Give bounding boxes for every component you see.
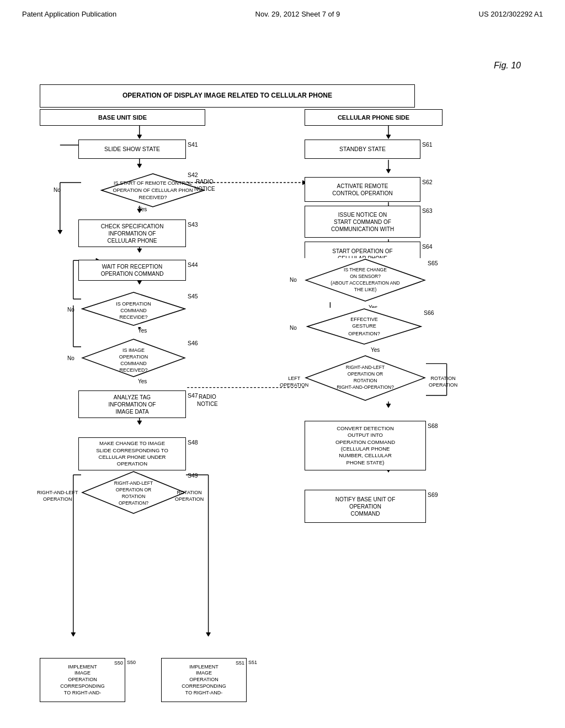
no-label-s42: No — [54, 186, 61, 194]
left-label-s49: RIGHT-AND-LEFTOPERATION — [37, 490, 78, 502]
no-label-s65: No — [290, 276, 297, 283]
svg-text:OPERATION OR: OPERATION OR — [116, 487, 152, 493]
page-header: Patent Application Publication Nov. 29, … — [0, 0, 565, 18]
box-s69: NOTIFY BASE UNIT OFOPERATIONCOMMAND — [305, 490, 426, 523]
svg-marker-8 — [58, 230, 62, 234]
right-label-s49: ROTATIONOPERATION — [175, 490, 204, 502]
box-s49: RIGHT-AND-LEFT OPERATION OR ROTATION OPE… — [81, 470, 186, 515]
cellular-phone-side-header: CELLULAR PHONE SIDE — [305, 109, 443, 126]
svg-text:IS THERE CHANGE: IS THERE CHANGE — [344, 267, 387, 272]
box-s67: RIGHT-AND-LEFT OPERATION OR ROTATION RIG… — [305, 355, 426, 402]
svg-text:RECEVIDE?: RECEVIDE? — [119, 314, 147, 320]
step-s64: S64 — [422, 243, 433, 250]
step-s65: S65 — [428, 260, 438, 266]
svg-text:COMMAND: COMMAND — [120, 361, 147, 366]
svg-text:OPERATION?: OPERATION? — [119, 500, 148, 506]
box-s61: STANDBY STATE — [305, 140, 420, 159]
yes-label-s46: Yes — [138, 378, 147, 385]
svg-marker-5 — [137, 164, 142, 168]
svg-marker-42 — [386, 135, 391, 139]
svg-text:COMMAND: COMMAND — [120, 308, 147, 313]
box-s66: EFFECTIVE GESTURE OPERATION? — [306, 308, 422, 345]
svg-text:RECEIVED?: RECEIVED? — [138, 195, 167, 200]
box-s48: MAKE CHANGE TO IMAGESLIDE CORRESPONDING … — [78, 437, 186, 470]
header-center: Nov. 29, 2012 Sheet 7 of 9 — [255, 10, 340, 18]
box-s68: CONVERT DETECTIONOUTPUT INTOOPERATION CO… — [305, 421, 426, 470]
header-left: Patent Application Publication — [22, 10, 116, 18]
diagram-title: OPERATION OF DISPLAY IMAGE RELATED TO CE… — [40, 84, 415, 108]
box-s63: ISSUE NOTICE ONSTART COMMAND OFCOMMUNICA… — [305, 206, 420, 238]
box-s45: IS OPERATION COMMAND RECEVIDE? — [81, 291, 186, 327]
right-label-s67: ROTATIONOPERATION — [429, 376, 457, 388]
step-s49: S49 — [188, 472, 198, 479]
step-s62: S62 — [422, 179, 433, 185]
box-s41: SLIDE SHOW STATE — [78, 140, 186, 159]
svg-marker-63 — [386, 404, 391, 408]
svg-marker-1 — [137, 135, 142, 139]
radio-notice-2: RADIONOTICE — [197, 393, 218, 408]
step-s44: S44 — [188, 261, 198, 268]
step-s61: S61 — [422, 141, 433, 148]
yes-label-s66: Yes — [371, 346, 380, 354]
step-s50: S50 — [127, 660, 136, 665]
box-s47: ANALYZE TAGINFORMATION OFIMAGE DATA — [78, 390, 186, 418]
yes-label-s42: Yes — [138, 206, 147, 213]
svg-marker-16 — [137, 281, 142, 285]
step-s68: S68 — [428, 422, 438, 429]
step-s48: S48 — [188, 439, 198, 446]
box-s44: WAIT FOR RECEPTIONOPERATION COMMAND — [78, 260, 186, 281]
header-right: US 2012/302292 A1 — [479, 10, 543, 18]
step-s51: S51 — [248, 660, 257, 665]
diagram-container: OPERATION OF DISPLAY IMAGE RELATED TO CE… — [34, 51, 531, 713]
svg-marker-40 — [137, 421, 142, 425]
base-unit-side-header: BASE UNIT SIDE — [40, 109, 205, 126]
step-s45: S45 — [188, 293, 198, 299]
svg-text:OPERATION OF CELLULAR PHON: OPERATION OF CELLULAR PHON — [113, 188, 193, 193]
step-s43: S43 — [188, 221, 198, 228]
svg-marker-79 — [82, 472, 185, 513]
svg-text:RIGHT-AND-LEFT: RIGHT-AND-LEFT — [114, 480, 153, 486]
svg-text:ON SENSOR?: ON SENSOR? — [350, 274, 381, 279]
svg-text:RIGHT-AND-LEFT: RIGHT-AND-LEFT — [346, 365, 385, 370]
svg-text:IS START OF REMOTE CONTROL: IS START OF REMOTE CONTROL — [114, 180, 192, 186]
step-s63: S63 — [422, 207, 433, 214]
no-label-s46: No — [67, 355, 74, 362]
svg-text:RIGHT-AND-OPERATION?: RIGHT-AND-OPERATION? — [337, 384, 394, 390]
svg-text:ROTATION: ROTATION — [354, 378, 377, 383]
svg-marker-38 — [206, 633, 211, 636]
svg-text:IS OPERATION: IS OPERATION — [116, 301, 151, 307]
svg-text:GESTURE: GESTURE — [352, 323, 376, 329]
yes-label-s45: Yes — [138, 327, 147, 334]
step-s66: S66 — [424, 309, 434, 316]
step-s69: S69 — [428, 491, 438, 498]
box-s65: IS THERE CHANGE ON SENSOR? (ABOUT ACCCEL… — [305, 258, 426, 302]
box-s62: ACTIVATE REMOTECONTROL OPERATION — [305, 177, 420, 202]
svg-text:IS IMAGE: IS IMAGE — [122, 347, 145, 353]
left-label-s67: LEFTOPERATION — [280, 376, 308, 388]
svg-text:OPERATION: OPERATION — [119, 354, 148, 360]
step-s41: S41 — [188, 141, 198, 148]
svg-text:EFFECTIVE: EFFECTIVE — [350, 317, 378, 322]
svg-text:THE LIKE): THE LIKE) — [354, 287, 377, 292]
step-s46: S46 — [188, 340, 198, 346]
svg-text:(ABOUT ACCCELERATION AND: (ABOUT ACCCELERATION AND — [331, 280, 399, 286]
box-s43: CHECK SPECIFICATIONINFORMATION OFCELLULA… — [78, 220, 186, 247]
step-s42: S42 — [188, 172, 198, 178]
svg-text:RECEIVED?: RECEIVED? — [119, 367, 147, 373]
box-s50: S50 IMPLEMENTIMAGEOPERATIONCORRESPONDING… — [40, 658, 125, 702]
box-s46: IS IMAGE OPERATION COMMAND RECEIVED? — [81, 338, 186, 378]
svg-text:ROTATION: ROTATION — [122, 494, 146, 499]
no-label-s66: No — [290, 324, 297, 331]
svg-marker-44 — [386, 169, 391, 173]
radio-notice-1: RADIONOTICE — [194, 178, 215, 192]
box-s42: IS START OF REMOTE CONTROL OPERATION OF … — [81, 170, 186, 206]
svg-marker-35 — [71, 633, 76, 636]
svg-text:OPERATION OR: OPERATION OR — [348, 371, 383, 377]
no-label-s45: No — [67, 306, 74, 313]
svg-marker-14 — [137, 249, 142, 253]
step-s47: S47 — [188, 392, 198, 399]
box-s51: S51 IMPLEMENTIMAGEOPERATIONCORRESPONDING… — [161, 658, 247, 702]
svg-text:OPERATION?: OPERATION? — [348, 331, 380, 336]
